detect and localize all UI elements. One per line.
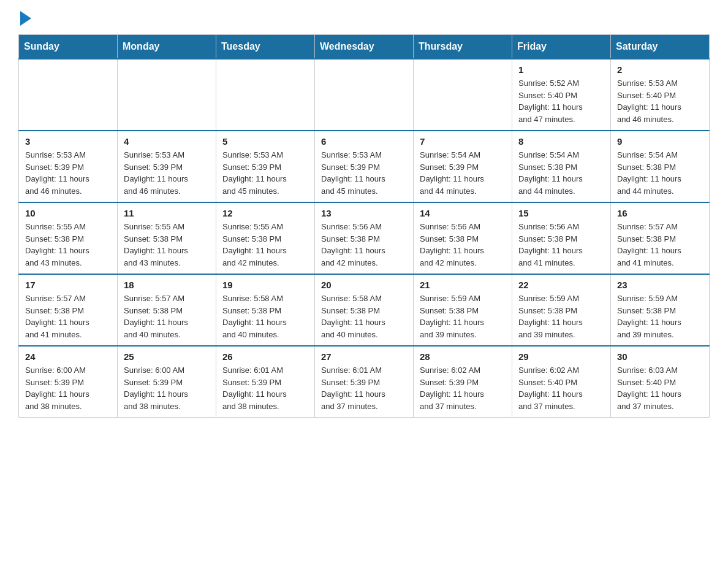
weekday-header-saturday: Saturday	[611, 35, 710, 59]
day-info: Sunrise: 5:53 AM Sunset: 5:40 PM Dayligh…	[617, 77, 703, 125]
calendar-cell: 2Sunrise: 5:53 AM Sunset: 5:40 PM Daylig…	[611, 59, 710, 131]
day-info: Sunrise: 5:58 AM Sunset: 5:38 PM Dayligh…	[222, 293, 308, 340]
calendar-cell: 18Sunrise: 5:57 AM Sunset: 5:38 PM Dayli…	[118, 274, 216, 346]
day-info: Sunrise: 5:56 AM Sunset: 5:38 PM Dayligh…	[420, 221, 506, 269]
day-number: 10	[25, 208, 111, 218]
weekday-header-monday: Monday	[118, 35, 216, 59]
day-info: Sunrise: 5:53 AM Sunset: 5:39 PM Dayligh…	[124, 149, 210, 197]
weekday-header-row: SundayMondayTuesdayWednesdayThursdayFrid…	[19, 35, 710, 59]
calendar-cell: 8Sunrise: 5:54 AM Sunset: 5:38 PM Daylig…	[512, 131, 611, 202]
calendar-cell	[19, 59, 118, 131]
day-info: Sunrise: 5:57 AM Sunset: 5:38 PM Dayligh…	[617, 221, 703, 269]
weekday-header-thursday: Thursday	[414, 35, 512, 59]
calendar-cell: 28Sunrise: 6:02 AM Sunset: 5:39 PM Dayli…	[414, 346, 512, 418]
day-number: 11	[124, 208, 210, 218]
calendar-cell: 19Sunrise: 5:58 AM Sunset: 5:38 PM Dayli…	[216, 274, 315, 346]
calendar-cell: 5Sunrise: 5:53 AM Sunset: 5:39 PM Daylig…	[216, 131, 315, 202]
calendar-cell: 3Sunrise: 5:53 AM Sunset: 5:39 PM Daylig…	[19, 131, 118, 202]
day-info: Sunrise: 5:56 AM Sunset: 5:38 PM Dayligh…	[518, 221, 604, 269]
calendar-cell	[118, 59, 216, 131]
day-number: 17	[25, 280, 111, 290]
day-info: Sunrise: 5:54 AM Sunset: 5:39 PM Dayligh…	[420, 149, 506, 197]
calendar-cell: 13Sunrise: 5:56 AM Sunset: 5:38 PM Dayli…	[315, 202, 414, 274]
calendar-cell: 23Sunrise: 5:59 AM Sunset: 5:38 PM Dayli…	[611, 274, 710, 346]
day-info: Sunrise: 5:56 AM Sunset: 5:38 PM Dayligh…	[321, 221, 407, 269]
day-number: 6	[321, 136, 407, 147]
day-number: 14	[420, 208, 506, 218]
calendar-cell: 24Sunrise: 6:00 AM Sunset: 5:39 PM Dayli…	[19, 346, 118, 418]
day-number: 13	[321, 208, 407, 218]
day-number: 22	[518, 280, 604, 290]
day-info: Sunrise: 5:58 AM Sunset: 5:38 PM Dayligh…	[321, 293, 407, 340]
calendar-cell: 12Sunrise: 5:55 AM Sunset: 5:38 PM Dayli…	[216, 202, 315, 274]
calendar-cell: 21Sunrise: 5:59 AM Sunset: 5:38 PM Dayli…	[414, 274, 512, 346]
calendar-cell: 10Sunrise: 5:55 AM Sunset: 5:38 PM Dayli…	[19, 202, 118, 274]
day-info: Sunrise: 5:53 AM Sunset: 5:39 PM Dayligh…	[321, 149, 407, 197]
calendar-cell: 16Sunrise: 5:57 AM Sunset: 5:38 PM Dayli…	[611, 202, 710, 274]
day-info: Sunrise: 5:54 AM Sunset: 5:38 PM Dayligh…	[518, 149, 604, 197]
day-number: 23	[617, 280, 703, 290]
day-info: Sunrise: 5:53 AM Sunset: 5:39 PM Dayligh…	[25, 149, 111, 197]
day-number: 5	[222, 136, 308, 147]
calendar-week-row: 17Sunrise: 5:57 AM Sunset: 5:38 PM Dayli…	[19, 274, 710, 346]
day-number: 12	[222, 208, 308, 218]
calendar-cell: 29Sunrise: 6:02 AM Sunset: 5:40 PM Dayli…	[512, 346, 611, 418]
day-info: Sunrise: 5:55 AM Sunset: 5:38 PM Dayligh…	[222, 221, 308, 269]
day-info: Sunrise: 6:03 AM Sunset: 5:40 PM Dayligh…	[617, 364, 703, 412]
day-info: Sunrise: 5:53 AM Sunset: 5:39 PM Dayligh…	[222, 149, 308, 197]
calendar-week-row: 24Sunrise: 6:00 AM Sunset: 5:39 PM Dayli…	[19, 346, 710, 418]
day-info: Sunrise: 6:02 AM Sunset: 5:39 PM Dayligh…	[420, 364, 506, 412]
calendar-cell: 6Sunrise: 5:53 AM Sunset: 5:39 PM Daylig…	[315, 131, 414, 202]
calendar-cell: 26Sunrise: 6:01 AM Sunset: 5:39 PM Dayli…	[216, 346, 315, 418]
calendar-week-row: 1Sunrise: 5:52 AM Sunset: 5:40 PM Daylig…	[19, 59, 710, 131]
day-number: 19	[222, 280, 308, 290]
calendar-cell	[414, 59, 512, 131]
calendar-cell: 20Sunrise: 5:58 AM Sunset: 5:38 PM Dayli…	[315, 274, 414, 346]
day-info: Sunrise: 5:54 AM Sunset: 5:38 PM Dayligh…	[617, 149, 703, 197]
calendar-cell: 27Sunrise: 6:01 AM Sunset: 5:39 PM Dayli…	[315, 346, 414, 418]
day-number: 28	[420, 351, 506, 362]
day-number: 1	[518, 64, 604, 75]
calendar-cell: 25Sunrise: 6:00 AM Sunset: 5:39 PM Dayli…	[118, 346, 216, 418]
calendar-cell: 17Sunrise: 5:57 AM Sunset: 5:38 PM Dayli…	[19, 274, 118, 346]
day-info: Sunrise: 5:57 AM Sunset: 5:38 PM Dayligh…	[25, 293, 111, 340]
calendar-cell: 7Sunrise: 5:54 AM Sunset: 5:39 PM Daylig…	[414, 131, 512, 202]
day-info: Sunrise: 5:55 AM Sunset: 5:38 PM Dayligh…	[124, 221, 210, 269]
day-number: 30	[617, 351, 703, 362]
day-info: Sunrise: 6:01 AM Sunset: 5:39 PM Dayligh…	[222, 364, 308, 412]
day-number: 25	[124, 351, 210, 362]
day-number: 27	[321, 351, 407, 362]
calendar-week-row: 3Sunrise: 5:53 AM Sunset: 5:39 PM Daylig…	[19, 131, 710, 202]
weekday-header-sunday: Sunday	[19, 35, 118, 59]
weekday-header-friday: Friday	[512, 35, 611, 59]
day-number: 29	[518, 351, 604, 362]
page-header	[18, 12, 710, 25]
calendar-header: SundayMondayTuesdayWednesdayThursdayFrid…	[19, 35, 710, 59]
calendar-week-row: 10Sunrise: 5:55 AM Sunset: 5:38 PM Dayli…	[19, 202, 710, 274]
day-info: Sunrise: 6:00 AM Sunset: 5:39 PM Dayligh…	[124, 364, 210, 412]
day-number: 3	[25, 136, 111, 147]
day-number: 20	[321, 280, 407, 290]
day-number: 18	[124, 280, 210, 290]
day-info: Sunrise: 5:59 AM Sunset: 5:38 PM Dayligh…	[518, 293, 604, 340]
day-number: 2	[617, 64, 703, 75]
calendar-table: SundayMondayTuesdayWednesdayThursdayFrid…	[18, 34, 710, 418]
calendar-cell: 11Sunrise: 5:55 AM Sunset: 5:38 PM Dayli…	[118, 202, 216, 274]
logo-area	[18, 12, 31, 25]
day-number: 24	[25, 351, 111, 362]
calendar-cell: 30Sunrise: 6:03 AM Sunset: 5:40 PM Dayli…	[611, 346, 710, 418]
calendar-cell	[216, 59, 315, 131]
day-number: 7	[420, 136, 506, 147]
weekday-header-tuesday: Tuesday	[216, 35, 315, 59]
day-info: Sunrise: 5:59 AM Sunset: 5:38 PM Dayligh…	[420, 293, 506, 340]
logo-triangle-icon	[20, 11, 31, 26]
calendar-cell: 4Sunrise: 5:53 AM Sunset: 5:39 PM Daylig…	[118, 131, 216, 202]
day-number: 21	[420, 280, 506, 290]
day-number: 15	[518, 208, 604, 218]
calendar-cell: 14Sunrise: 5:56 AM Sunset: 5:38 PM Dayli…	[414, 202, 512, 274]
calendar-cell: 15Sunrise: 5:56 AM Sunset: 5:38 PM Dayli…	[512, 202, 611, 274]
day-info: Sunrise: 6:00 AM Sunset: 5:39 PM Dayligh…	[25, 364, 111, 412]
day-number: 4	[124, 136, 210, 147]
calendar-cell	[315, 59, 414, 131]
calendar-body: 1Sunrise: 5:52 AM Sunset: 5:40 PM Daylig…	[19, 59, 710, 418]
